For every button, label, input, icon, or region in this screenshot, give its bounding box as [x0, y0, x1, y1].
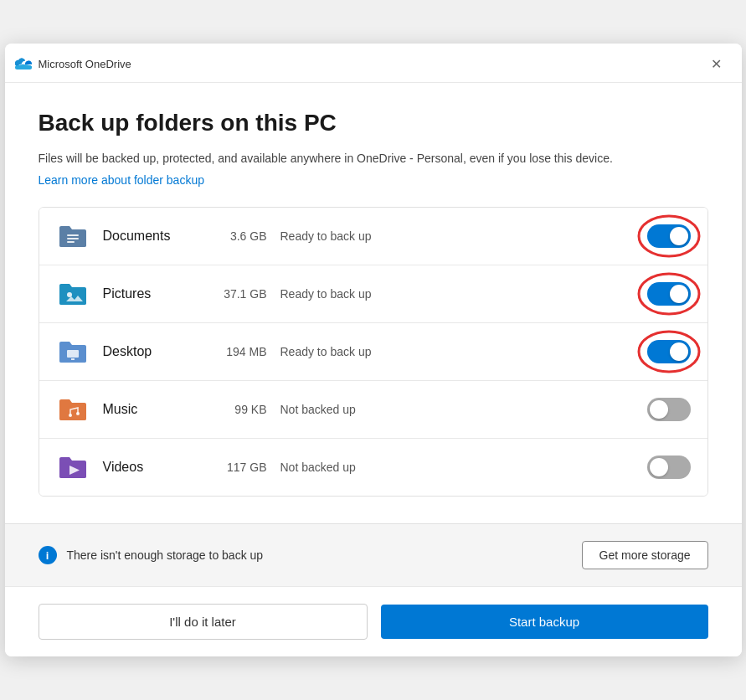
folder-name: Pictures [103, 286, 195, 301]
folder-status: Ready to back up [280, 229, 381, 243]
toggle-desktop[interactable] [647, 340, 691, 363]
svg-rect-3 [67, 238, 79, 239]
get-more-storage-button[interactable]: Get more storage [582, 541, 708, 569]
titlebar-title: Microsoft OneDrive [39, 58, 131, 70]
folder-icon-music [56, 393, 90, 426]
folder-row-pictures: Pictures37.1 GBReady to back up [39, 265, 707, 323]
svg-rect-2 [67, 234, 79, 236]
folder-size: 117 GB [208, 461, 267, 474]
main-content: Back up folders on this PC Files will be… [5, 83, 742, 517]
svg-rect-7 [71, 358, 75, 360]
folder-icon-desktop [56, 335, 90, 368]
info-icon: i [39, 546, 57, 564]
toggle-thumb [670, 285, 688, 303]
close-button[interactable]: ✕ [705, 52, 728, 75]
main-window: Microsoft OneDrive ✕ Back up folders on … [5, 44, 742, 656]
toggle-track[interactable] [647, 340, 691, 363]
svg-point-8 [69, 414, 72, 417]
folder-status: Not backed up [280, 403, 381, 416]
folder-size: 99 KB [208, 403, 267, 416]
toggle-thumb [670, 342, 688, 361]
folder-size: 37.1 GB [208, 287, 267, 301]
description-text: Files will be backed up, protected, and … [39, 150, 708, 167]
svg-rect-6 [67, 350, 79, 358]
folder-name: Desktop [103, 344, 195, 359]
folder-list: Documents3.6 GBReady to back up Pictures… [39, 207, 708, 497]
svg-rect-4 [67, 241, 75, 243]
toggle-documents[interactable] [647, 224, 691, 248]
learn-more-link[interactable]: Learn more about folder backup [39, 173, 204, 187]
folder-list-container: Documents3.6 GBReady to back up Pictures… [39, 207, 708, 497]
folder-row-videos: Videos117 GBNot backed up [39, 439, 707, 496]
folder-name: Videos [103, 460, 195, 475]
folder-icon-videos [56, 450, 90, 484]
titlebar-left: Microsoft OneDrive [15, 58, 131, 70]
folder-size: 194 MB [208, 345, 267, 358]
info-text: There isn't enough storage to back up [67, 548, 264, 562]
toggle-thumb [650, 458, 668, 476]
toggle-track[interactable] [647, 456, 691, 479]
toggle-thumb [670, 227, 688, 245]
info-bar: i There isn't enough storage to back up … [5, 523, 742, 586]
toggle-videos[interactable] [647, 456, 691, 479]
toggle-thumb [650, 400, 668, 419]
folder-icon-pictures [56, 277, 90, 311]
toggle-track[interactable] [647, 224, 691, 248]
toggle-music[interactable] [647, 398, 691, 421]
folder-status: Not backed up [280, 461, 381, 474]
later-button[interactable]: I'll do it later [39, 604, 368, 640]
svg-point-9 [76, 412, 80, 415]
folder-row-documents: Documents3.6 GBReady to back up [39, 208, 707, 265]
folder-status: Ready to back up [280, 287, 381, 301]
folder-icon-documents [56, 219, 90, 253]
svg-rect-1 [15, 65, 32, 69]
folder-size: 3.6 GB [208, 229, 267, 243]
page-title: Back up folders on this PC [39, 110, 708, 136]
info-left: i There isn't enough storage to back up [39, 546, 264, 564]
toggle-pictures[interactable] [647, 282, 691, 306]
folder-name: Documents [103, 229, 195, 244]
toggle-track[interactable] [647, 282, 691, 306]
onedrive-icon [15, 58, 32, 69]
start-backup-button[interactable]: Start backup [381, 605, 708, 639]
footer: I'll do it later Start backup [5, 586, 742, 656]
folder-row-music: Music99 KBNot backed up [39, 381, 707, 439]
toggle-track[interactable] [647, 398, 691, 421]
folder-row-desktop: Desktop194 MBReady to back up [39, 323, 707, 381]
titlebar: Microsoft OneDrive ✕ [5, 44, 742, 83]
folder-name: Music [103, 402, 195, 417]
folder-status: Ready to back up [280, 345, 381, 358]
